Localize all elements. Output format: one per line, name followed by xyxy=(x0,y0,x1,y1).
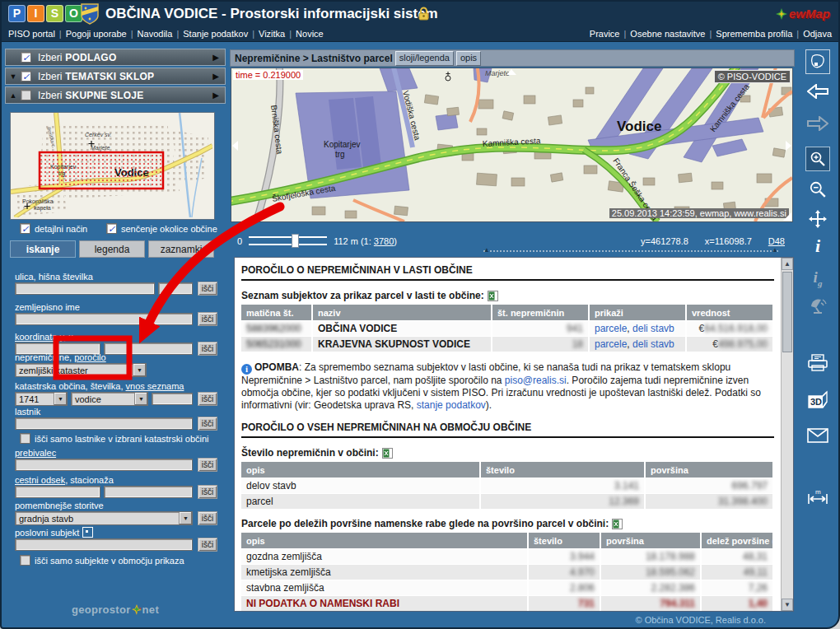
menu-item-stanje[interactable]: Stanje podatkov xyxy=(183,29,248,39)
house-number-input[interactable] xyxy=(158,282,193,295)
street-input[interactable] xyxy=(15,282,155,295)
zoom-out-tool[interactable] xyxy=(795,180,840,198)
resize-corner-handle[interactable] xyxy=(783,212,791,221)
tab-zaznamki[interactable]: zaznamki xyxy=(148,240,214,258)
piso-logo[interactable]: P I S O xyxy=(8,5,82,22)
scale-ratio-link[interactable]: 3780 xyxy=(374,236,394,246)
scale-slider[interactable] xyxy=(249,236,327,245)
excel-export-icon[interactable] xyxy=(488,291,498,301)
data-status-link[interactable]: stanje podatkov xyxy=(417,399,486,411)
info-g-icon[interactable]: ig xyxy=(814,269,823,291)
menu-item-odjava[interactable]: Odjava xyxy=(803,29,832,39)
pan-tool[interactable] xyxy=(795,209,840,229)
dropdown-icon[interactable]: ▼ xyxy=(179,512,192,524)
search-street-button[interactable]: išči xyxy=(198,282,217,296)
menu-item-piso-portal[interactable]: PISO portal xyxy=(8,29,55,39)
road-section-input[interactable] xyxy=(15,486,100,498)
print-tool[interactable] xyxy=(795,354,840,372)
identify-gurs-tool[interactable]: ig xyxy=(795,269,840,291)
checkbox-detail-mode[interactable]: ✓ xyxy=(20,223,30,234)
overview-extent-rectangle[interactable] xyxy=(40,152,163,189)
accordion-podlago[interactable]: ✓ Izberi PODLAGO ▶ xyxy=(5,49,226,66)
parcel-number-input[interactable] xyxy=(152,393,193,405)
excel-export-icon[interactable] xyxy=(382,448,393,459)
show-parcels-link[interactable]: parcele xyxy=(595,338,627,350)
zoom-in-tool[interactable] xyxy=(795,147,840,171)
accordion-skupni-sloji[interactable]: ▲ ✓ Izberi SKUPNE SLOJE ▶ xyxy=(5,86,226,104)
tab-iskanje[interactable]: iskanje xyxy=(10,240,76,258)
zoom-out-icon[interactable] xyxy=(809,180,827,198)
search-geoname-button[interactable]: išči xyxy=(198,312,217,326)
realestate-select[interactable]: zemljiški kataster ▼ xyxy=(15,363,147,377)
scale-slider-handle[interactable] xyxy=(292,234,299,248)
collapse-down-icon[interactable]: ▼ xyxy=(6,72,21,81)
back-arrow-icon[interactable] xyxy=(807,84,828,99)
owner-input[interactable] xyxy=(15,417,193,430)
menu-item-navodila[interactable]: Navodila xyxy=(138,29,173,39)
stationing-input[interactable] xyxy=(104,486,193,498)
geoname-input[interactable] xyxy=(15,313,193,325)
search-business-button[interactable]: išči xyxy=(198,538,217,552)
services-select[interactable]: gradnja stavb ▼ xyxy=(15,511,193,525)
checkbox-podlago[interactable]: ✓ xyxy=(21,52,31,63)
collapse-up-icon[interactable]: ▲ xyxy=(6,91,21,100)
search-owner-button[interactable]: išči xyxy=(198,417,217,431)
identify-tool[interactable]: i xyxy=(795,238,840,254)
info-icon[interactable]: i xyxy=(815,238,820,254)
checkbox-tematski[interactable]: ✓ xyxy=(21,71,31,82)
tab-legenda[interactable]: legenda xyxy=(79,240,145,258)
description-button[interactable]: opis xyxy=(456,51,481,66)
search-cadastral-button[interactable]: išči xyxy=(198,392,217,406)
report-scrollbar[interactable]: ▲ ▼ xyxy=(781,258,793,611)
pan-up-handle[interactable] xyxy=(506,69,516,75)
menu-item-novice[interactable]: Novice xyxy=(296,29,324,39)
satellite-dish-icon[interactable] xyxy=(808,296,828,314)
checkbox-shading[interactable]: ✓ xyxy=(106,223,117,234)
search-resident-button[interactable]: išči xyxy=(198,458,217,472)
map-viewport[interactable]: Marjete Brniška cesta Vodiška cesta Kopi… xyxy=(231,68,793,222)
datum-link[interactable]: D48 xyxy=(768,236,785,246)
dropdown-icon[interactable]: ▼ xyxy=(133,364,146,376)
excel-export-icon[interactable] xyxy=(612,519,623,529)
menu-item-vizitka[interactable]: Vizitka xyxy=(259,29,285,39)
accordion-tematski-sklop[interactable]: ▼ ✓ Izberi TEMATSKI SKLOP ▶ xyxy=(5,68,226,85)
pan-left-handle[interactable] xyxy=(232,141,238,151)
search-road-button[interactable]: išči xyxy=(198,485,217,499)
layers-legend-button[interactable]: sloji/legenda xyxy=(395,51,454,66)
expand-right-icon[interactable]: ▶ xyxy=(212,91,219,100)
email-link[interactable]: piso@realis.si xyxy=(505,375,567,386)
menu-item-pogoji[interactable]: Pogoji uporabe xyxy=(66,29,127,39)
expand-right-icon[interactable]: ▶ xyxy=(212,53,219,62)
gps-tool[interactable] xyxy=(795,296,840,314)
municipality-extent-icon[interactable] xyxy=(805,49,830,74)
scroll-down-button[interactable]: ▼ xyxy=(782,599,793,611)
measure-icon[interactable]: m xyxy=(807,487,828,506)
cadastral-name-select[interactable]: vodice ▼ xyxy=(71,392,148,406)
search-services-button[interactable]: išči xyxy=(198,511,217,525)
zoom-in-icon[interactable] xyxy=(805,147,830,171)
show-parcels-link[interactable]: parcele xyxy=(595,323,627,334)
dropdown-icon[interactable]: ▼ xyxy=(54,393,67,405)
business-registry-icon[interactable] xyxy=(82,527,93,538)
business-input[interactable] xyxy=(15,538,193,551)
cadastral-code-select[interactable]: 1741 ▼ xyxy=(15,392,68,406)
measure-tool[interactable]: m xyxy=(795,487,840,506)
forward-tool[interactable] xyxy=(795,116,840,131)
forward-arrow-icon[interactable] xyxy=(807,116,828,131)
overview-map[interactable]: Cerkev sv. Marjete Kopitarjev trg Vodice… xyxy=(10,112,215,220)
checkbox-owner-in-cadastral[interactable]: ✓ xyxy=(20,433,30,444)
back-tool[interactable] xyxy=(795,84,840,99)
full-extent-tool[interactable] xyxy=(795,49,840,74)
show-building-parts-link[interactable]: deli stavb xyxy=(632,338,674,350)
checkbox-skupni[interactable]: ✓ xyxy=(21,90,31,100)
view-3d-tool[interactable]: 3D xyxy=(795,390,840,410)
printer-icon[interactable] xyxy=(807,354,828,372)
checkbox-business-in-view[interactable]: ✓ xyxy=(20,555,30,566)
show-building-parts-link[interactable]: deli stavb xyxy=(632,323,674,334)
menu-item-profil[interactable]: Sprememba profila xyxy=(716,29,792,39)
menu-item-nastavitve[interactable]: Osebne nastavitve xyxy=(630,29,705,39)
expand-right-icon[interactable]: ▶ xyxy=(212,72,219,81)
scroll-up-button[interactable]: ▲ xyxy=(782,258,793,270)
menu-item-pravice[interactable]: Pravice xyxy=(590,29,620,39)
search-coordinate-button[interactable]: išči xyxy=(198,342,217,356)
